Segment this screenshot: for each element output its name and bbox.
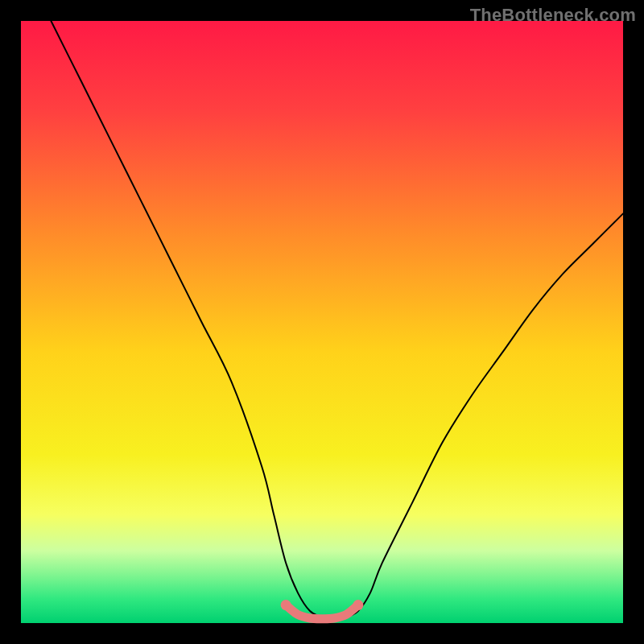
valley-endpoint-left	[281, 600, 291, 610]
chart-background	[21, 21, 623, 623]
chart-frame: TheBottleneck.com	[0, 0, 644, 644]
bottleneck-chart	[0, 0, 644, 644]
watermark-text: TheBottleneck.com	[470, 5, 636, 26]
valley-endpoint-right	[353, 600, 363, 610]
